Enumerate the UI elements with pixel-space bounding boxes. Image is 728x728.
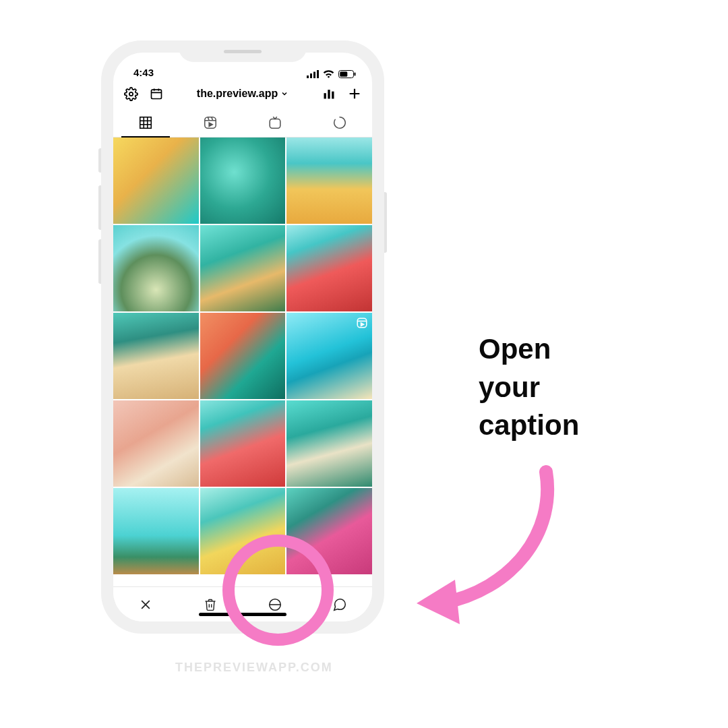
svg-marker-35 <box>417 580 460 624</box>
grid-thumbnail[interactable] <box>113 225 199 311</box>
filter-button[interactable] <box>266 596 284 613</box>
grid-thumbnail[interactable] <box>113 488 199 574</box>
chevron-down-icon <box>280 90 289 98</box>
grid-thumbnail[interactable] <box>113 400 199 487</box>
tab-loading[interactable] <box>307 108 372 137</box>
annotation-text: Open your caption <box>479 330 579 445</box>
svg-rect-12 <box>324 93 326 98</box>
status-indicators <box>307 70 356 78</box>
battery-icon <box>338 70 356 78</box>
grid-thumbnail[interactable] <box>286 488 372 574</box>
watermark: THEPREVIEWAPP.COM <box>175 661 333 675</box>
grid-icon <box>138 115 153 130</box>
home-indicator <box>199 613 286 616</box>
svg-rect-5 <box>340 71 347 76</box>
caption-icon <box>332 597 347 612</box>
close-button[interactable] <box>137 596 154 613</box>
plus-icon[interactable] <box>346 86 363 102</box>
gear-icon[interactable] <box>123 86 139 102</box>
svg-rect-8 <box>152 90 162 98</box>
wifi-icon <box>323 70 334 78</box>
svg-rect-3 <box>317 70 319 78</box>
reels-icon <box>203 115 218 130</box>
cellular-icon <box>307 70 319 78</box>
grid-thumbnail[interactable] <box>200 225 286 311</box>
grid-thumbnail[interactable] <box>200 138 286 224</box>
grid-thumbnail[interactable] <box>200 313 286 399</box>
grid-thumbnail[interactable] <box>113 313 199 399</box>
tab-reels[interactable] <box>178 108 243 137</box>
phone-side-button <box>98 239 101 284</box>
calendar-icon[interactable] <box>148 86 164 102</box>
analytics-icon[interactable] <box>321 86 337 102</box>
tab-igtv[interactable] <box>243 108 307 137</box>
close-icon <box>139 598 152 611</box>
app-header: the.preview.app <box>113 80 372 108</box>
svg-rect-13 <box>328 90 330 98</box>
svg-rect-0 <box>307 75 309 78</box>
annotation-arrow-icon <box>404 458 593 634</box>
grid-thumbnail[interactable] <box>200 488 286 574</box>
svg-rect-1 <box>310 73 312 78</box>
svg-rect-27 <box>270 119 280 128</box>
status-time: 4:43 <box>133 67 154 78</box>
phone-screen: 4:43 the.preview.app <box>113 53 372 621</box>
phone-side-button <box>384 192 387 253</box>
caption-button[interactable] <box>331 596 348 613</box>
account-switcher[interactable]: the.preview.app <box>197 88 289 100</box>
photo-grid <box>113 138 372 586</box>
phone-speaker <box>224 50 262 53</box>
svg-marker-26 <box>209 123 212 127</box>
phone-frame: 4:43 the.preview.app <box>101 40 384 634</box>
svg-rect-6 <box>355 73 356 76</box>
phone-side-button <box>98 185 101 230</box>
grid-thumbnail[interactable] <box>286 138 372 224</box>
tab-grid[interactable] <box>113 108 178 137</box>
selection-toolbar <box>113 586 372 621</box>
svg-marker-30 <box>361 323 363 326</box>
igtv-icon <box>268 115 282 130</box>
reel-badge-icon <box>356 317 368 329</box>
phone-side-button <box>98 148 101 173</box>
svg-rect-17 <box>140 117 152 128</box>
phone-notch <box>179 40 307 62</box>
grid-thumbnail[interactable] <box>200 400 286 487</box>
annotation-line: Open <box>479 330 579 369</box>
account-name-label: the.preview.app <box>197 88 278 100</box>
filter-icon <box>268 597 282 612</box>
svg-rect-22 <box>205 117 216 128</box>
grid-thumbnail[interactable] <box>113 138 199 224</box>
annotation-line: caption <box>479 406 579 445</box>
grid-thumbnail[interactable] <box>286 400 372 487</box>
svg-rect-2 <box>313 72 315 79</box>
svg-rect-14 <box>332 92 334 99</box>
loading-icon <box>332 115 347 130</box>
svg-point-7 <box>129 92 132 95</box>
trash-button[interactable] <box>202 596 219 613</box>
view-tabs <box>113 108 372 138</box>
trash-icon <box>204 597 217 612</box>
annotation-line: your <box>479 369 579 407</box>
grid-thumbnail[interactable] <box>286 225 372 311</box>
grid-thumbnail[interactable] <box>286 313 372 399</box>
